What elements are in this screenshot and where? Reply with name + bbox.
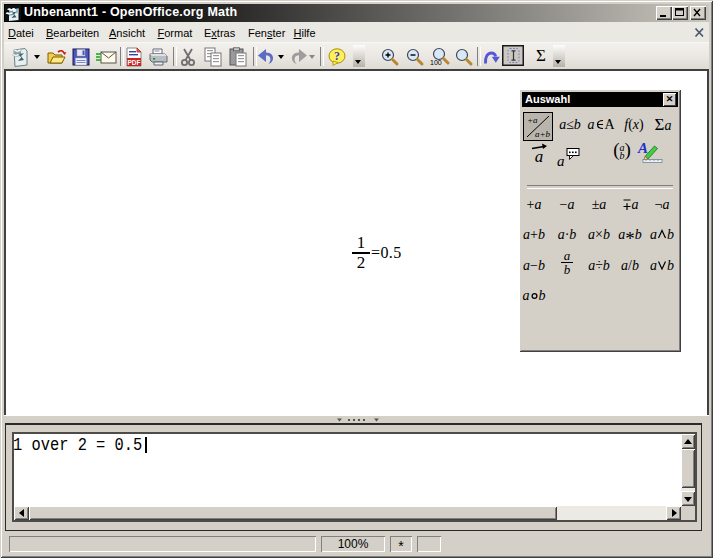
svg-text:a+b: a+b: [535, 129, 551, 139]
svg-text:?: ?: [334, 49, 340, 63]
svg-text:100: 100: [430, 59, 442, 66]
svg-text:+a: +a: [527, 115, 538, 125]
svg-text:PDF: PDF: [128, 59, 141, 66]
